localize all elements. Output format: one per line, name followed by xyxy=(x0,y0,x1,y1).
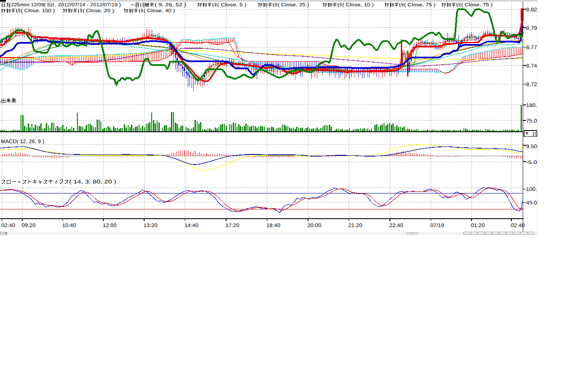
svg-text:( Close, 20 ): ( Close, 20 ) xyxy=(82,8,114,13)
svg-text:180.: 180. xyxy=(526,102,537,108)
svg-text:( Close, 10 ): ( Close, 10 ) xyxy=(342,3,374,8)
svg-text:09:20: 09:20 xyxy=(22,222,36,228)
svg-text:MACD( 12, 26, 9 ): MACD( 12, 26, 9 ) xyxy=(1,139,44,144)
svg-text:20:00: 20:00 xyxy=(308,222,321,228)
svg-text:45.0: 45.0 xyxy=(526,200,537,206)
svg-text:02:40: 02:40 xyxy=(511,222,525,228)
svg-text:18:40: 18:40 xyxy=(266,222,280,228)
svg-text:8,77: 8,77 xyxy=(526,44,537,50)
svg-text:13:20: 13:20 xyxy=(144,222,158,228)
svg-text:( Close, 75 ): ( Close, 75 ) xyxy=(461,3,492,8)
svg-text:( 14, 3, 80, 20 ): ( 14, 3, 80, 20 ) xyxy=(69,179,116,185)
svg-text:22:40: 22:40 xyxy=(390,222,403,228)
svg-text:10:40: 10:40 xyxy=(62,222,76,228)
svg-text:01:20: 01:20 xyxy=(471,222,485,228)
svg-text:10: 10 xyxy=(532,131,537,137)
svg-text:17:20: 17:20 xyxy=(226,222,240,228)
svg-text:02:40: 02:40 xyxy=(1,222,15,228)
svg-text:( Close, 75 ): ( Close, 75 ) xyxy=(404,3,435,8)
svg-text:07/19: 07/19 xyxy=(430,222,444,228)
svg-text:21:20: 21:20 xyxy=(348,222,362,228)
svg-text:( Close, 25 ): ( Close, 25 ) xyxy=(277,3,309,8)
svg-text:12:00: 12:00 xyxy=(103,222,117,228)
svg-text:( Close, 5 ): ( Close, 5 ) xyxy=(217,3,246,8)
svg-text:( Close, 40 ): ( Close, 40 ) xyxy=(143,8,175,13)
svg-text:( Close, 150 ): ( Close, 150 ) xyxy=(21,8,55,13)
svg-text:( 9, 26, 52 ): ( 9, 26, 52 ) xyxy=(155,3,186,8)
svg-text:75.0: 75.0 xyxy=(526,118,537,124)
svg-text:14:40: 14:40 xyxy=(184,222,198,228)
svg-text:, 2012/07/14 - 2012/07/19 ): , 2012/07/14 - 2012/07/19 ) xyxy=(55,3,121,8)
svg-text:-5.0: -5.0 xyxy=(526,159,537,165)
svg-text:9.50: 9.50 xyxy=(526,144,537,149)
svg-text:8,74: 8,74 xyxy=(526,63,537,69)
svg-text:8,82: 8,82 xyxy=(526,7,537,13)
svg-text:8,72: 8,72 xyxy=(526,81,537,87)
svg-text:100.: 100. xyxy=(526,186,537,192)
svg-text:225mini 12/09( 5: 225mini 12/09( 5 xyxy=(11,3,50,8)
svg-text:8,79: 8,79 xyxy=(526,25,537,31)
